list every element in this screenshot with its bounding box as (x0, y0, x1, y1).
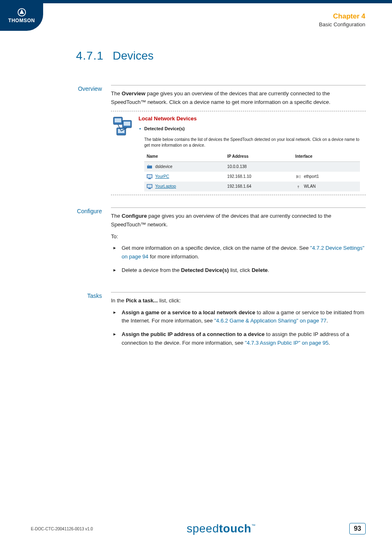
device-link[interactable]: YourLaptop (155, 184, 176, 189)
table-row: dsldevice 10.0.0.138 (144, 161, 360, 172)
cell-name[interactable]: YourPC (144, 172, 225, 182)
list-item: Assign a game or a service to a local ne… (111, 309, 366, 326)
page-footer: E-DOC-CTC-20041126-0013 v1.0 speedtouch™… (31, 522, 366, 535)
cell-ip: 10.0.0.138 (225, 161, 293, 172)
svg-rect-7 (147, 166, 152, 168)
section-body-overview: The Overview page gives you an overview … (111, 85, 366, 195)
network-devices-content: Local Network Devices Detected Device(s)… (138, 115, 366, 191)
svg-rect-14 (148, 188, 151, 189)
tasks-intro: In the Pick a task... list, click: (111, 297, 366, 305)
thomson-icon (17, 8, 26, 17)
svg-rect-8 (148, 165, 149, 166)
pc-icon (147, 174, 152, 179)
svg-rect-2 (115, 118, 121, 122)
cell-ip: 192.168.1.64 (225, 182, 293, 191)
list-item: Get more information on a specific devic… (111, 244, 366, 261)
cell-iface: WLAN (293, 182, 360, 191)
doc-id: E-DOC-CTC-20041126-0013 v1.0 (31, 527, 93, 531)
chapter-label: Chapter 4 (319, 12, 365, 21)
cell-iface (293, 161, 360, 172)
section-tasks: Tasks In the Pick a task... list, click:… (31, 292, 366, 352)
tasks-list: Assign a game or a service to a local ne… (111, 309, 366, 348)
svg-rect-13 (148, 185, 151, 187)
list-item: Assign the public IP address of a connec… (111, 330, 366, 348)
page-number: 93 (349, 523, 366, 534)
section-label-configure: Configure (31, 207, 111, 280)
page-title: 4.7.1 Devices (76, 49, 366, 62)
table-row: YourPC 192.168.1.10 ethport1 (144, 172, 360, 182)
section-label-overview: Overview (31, 85, 111, 195)
panel-subtitle: Detected Device(s) (144, 125, 366, 133)
pc-icon (147, 184, 152, 189)
section-configure: Configure The Configure page gives you a… (31, 207, 366, 280)
modem-icon (147, 164, 152, 169)
cell-ip: 192.168.1.10 (225, 172, 293, 182)
network-devices-icon (111, 115, 134, 137)
configure-paragraph: The Configure page gives you an overview… (111, 212, 366, 229)
title-text: Devices (113, 49, 154, 62)
overview-paragraph: The Overview page gives you an overview … (111, 90, 366, 107)
title-number: 4.7.1 (76, 49, 104, 62)
chapter-subtitle: Basic Configuration (319, 21, 365, 28)
svg-rect-11 (148, 178, 151, 179)
table-row: YourLaptop 192.168.1.64 WLAN (144, 182, 360, 191)
col-iface: Interface (293, 152, 360, 162)
chapter-header: Chapter 4 Basic Configuration (319, 12, 365, 28)
cell-name[interactable]: YourLaptop (144, 182, 225, 191)
network-devices-panel: Local Network Devices Detected Device(s)… (111, 111, 366, 195)
brand-text: THOMSON (8, 18, 35, 23)
col-name: Name (144, 152, 225, 162)
section-body-tasks: In the Pick a task... list, click: Assig… (111, 292, 366, 352)
to-label: To: (111, 233, 366, 241)
section-overview: Overview The Overview page gives you an … (31, 85, 366, 195)
col-ip: IP Address (225, 152, 293, 162)
cell-iface: ethport1 (293, 172, 360, 182)
wlan-icon (295, 184, 301, 189)
xref-link[interactable]: "4.7.3 Assign Public IP" on page 95 (245, 340, 329, 346)
devices-table: Name IP Address Interface dsldevice (144, 152, 360, 191)
svg-rect-4 (124, 122, 130, 126)
configure-list: Get more information on a specific devic… (111, 244, 366, 274)
section-label-tasks: Tasks (31, 292, 111, 352)
panel-title: Local Network Devices (138, 115, 366, 123)
brand-logo: THOMSON (0, 0, 43, 31)
table-header-row: Name IP Address Interface (144, 152, 360, 162)
panel-note: The table below contains the list of dev… (144, 137, 366, 148)
main-content: 4.7.1 Devices Overview The Overview page… (31, 49, 366, 365)
cell-name: dsldevice (144, 161, 225, 172)
product-logo: speedtouch™ (187, 522, 256, 535)
section-body-configure: The Configure page gives you an overview… (111, 207, 366, 280)
xref-link[interactable]: "4.6.2 Game & Application Sharing" on pa… (214, 318, 326, 324)
ethernet-icon (295, 174, 301, 179)
list-item: Delete a device from the Detected Device… (111, 266, 366, 275)
top-bar (0, 0, 392, 3)
device-link[interactable]: YourPC (155, 174, 169, 179)
svg-rect-10 (148, 175, 151, 177)
